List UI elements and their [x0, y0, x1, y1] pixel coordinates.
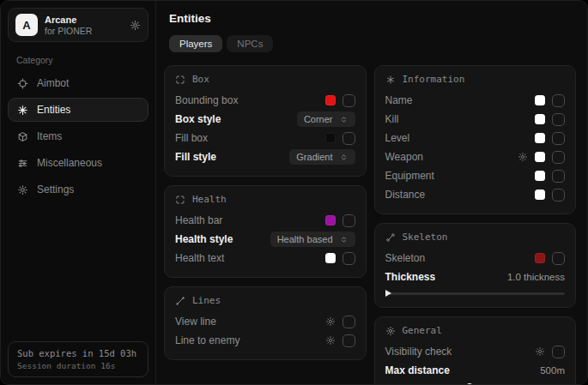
setting-row-max-distance: Max distance 500m — [385, 361, 566, 380]
setting-row-health-style: Health style Health based — [175, 230, 355, 249]
unfold-icon — [339, 153, 349, 162]
panel-title: Information — [403, 74, 465, 85]
box-style-dropdown[interactable]: Corner — [297, 111, 355, 127]
setting-row-visibility-check: Visibility check — [385, 342, 566, 361]
setting-label: Thickness — [385, 271, 436, 283]
name-checkbox[interactable] — [552, 94, 565, 107]
equipment-checkbox[interactable] — [552, 170, 565, 183]
setting-row-view-line: View line — [175, 312, 355, 331]
health-style-dropdown[interactable]: Health based — [270, 232, 355, 247]
health-text-color-swatch[interactable] — [325, 253, 336, 263]
tab-players[interactable]: Players — [169, 35, 222, 52]
sidebar-item-entities[interactable]: Entities — [8, 98, 149, 122]
sidebar: A Arcane for PIONER Category Aimbot Enti… — [1, 1, 156, 384]
visibility-check-config-button[interactable] — [535, 346, 545, 357]
health-bar-checkbox[interactable] — [342, 214, 355, 227]
health-text-checkbox[interactable] — [342, 252, 355, 265]
setting-label: Skeleton — [385, 252, 426, 264]
gear-icon — [325, 335, 336, 346]
row-controls — [535, 170, 565, 183]
setting-row-health-bar: Health bar — [175, 211, 355, 230]
cube-icon — [17, 131, 28, 142]
slider-track — [385, 292, 566, 295]
distance-checkbox[interactable] — [552, 189, 565, 202]
fill-box-color-swatch[interactable] — [325, 133, 336, 143]
gear-icon — [535, 346, 545, 357]
row-controls — [325, 316, 355, 328]
max-distance-slider[interactable] — [385, 382, 566, 384]
sidebar-item-label: Miscellaneous — [37, 157, 102, 169]
app-subtitle: for PIONER — [45, 26, 92, 36]
session-duration-text: Session duration 16s — [17, 361, 139, 370]
panel-box: Box Bounding box Box style Corner Fill b… — [164, 65, 367, 177]
main-content: Entities PlayersNPCs Box Bounding box Bo… — [156, 1, 587, 384]
line-to-enemy-config-button[interactable] — [325, 335, 336, 346]
setting-label: Box style — [175, 113, 221, 125]
row-controls — [535, 132, 565, 145]
corner-brackets-icon — [175, 195, 185, 205]
tab-npcs[interactable]: NPCs — [227, 35, 273, 52]
fill-style-dropdown[interactable]: Gradient — [289, 149, 355, 165]
view-line-config-button[interactable] — [325, 316, 336, 327]
kill-checkbox[interactable] — [552, 113, 565, 126]
thickness-slider[interactable] — [385, 289, 566, 298]
bounding-box-color-swatch[interactable] — [325, 95, 336, 105]
dropdown-value: Corner — [304, 114, 333, 124]
line-icon — [175, 296, 185, 306]
sidebar-item-label: Aimbot — [37, 77, 69, 89]
setting-row-weapon: Weapon — [385, 147, 566, 166]
weapon-checkbox[interactable] — [552, 151, 565, 164]
panel-title: Box — [192, 74, 209, 85]
unfold-icon — [339, 115, 349, 124]
fill-box-checkbox[interactable] — [342, 132, 355, 145]
setting-label: View line — [175, 316, 216, 328]
setting-row-line-to-enemy: Line to enemy — [175, 331, 355, 350]
setting-row-level: Level — [385, 129, 566, 147]
level-color-swatch[interactable] — [535, 133, 545, 143]
sidebar-item-label: Entities — [37, 104, 70, 116]
equipment-color-swatch[interactable] — [535, 171, 545, 181]
sidebar-item-aimbot[interactable]: Aimbot — [8, 71, 149, 95]
distance-color-swatch[interactable] — [535, 189, 545, 200]
weapon-color-swatch[interactable] — [535, 152, 545, 162]
panel-lines: Lines View line Line to enemy — [164, 286, 367, 360]
bounding-box-checkbox[interactable] — [342, 94, 355, 107]
panel-title: Skeleton — [403, 232, 448, 243]
app-logo: A — [15, 14, 38, 36]
unfold-icon — [339, 235, 349, 244]
health-bar-color-swatch[interactable] — [325, 215, 336, 226]
skeleton-color-swatch[interactable] — [535, 253, 545, 263]
max-distance-slider-thumb[interactable] — [465, 383, 473, 385]
view-line-checkbox[interactable] — [342, 316, 355, 328]
setting-row-box-style: Box style Corner — [175, 110, 355, 129]
line-to-enemy-checkbox[interactable] — [342, 334, 355, 347]
skeleton-checkbox[interactable] — [552, 252, 565, 265]
sidebar-item-miscellaneous[interactable]: Miscellaneous — [8, 151, 149, 175]
setting-label: Equipment — [385, 170, 434, 182]
kill-color-swatch[interactable] — [535, 114, 545, 124]
name-color-swatch[interactable] — [535, 95, 545, 105]
row-controls — [535, 94, 565, 107]
visibility-check-checkbox[interactable] — [552, 346, 565, 358]
setting-label: Max distance — [385, 364, 450, 376]
thickness-slider-thumb[interactable] — [385, 290, 391, 297]
sidebar-item-items[interactable]: Items — [8, 124, 149, 148]
sidebar-item-settings[interactable]: Settings — [8, 177, 149, 202]
setting-label: Weapon — [385, 151, 423, 163]
app-meta: Arcane for PIONER — [45, 15, 92, 36]
setting-row-equipment: Equipment — [385, 166, 566, 185]
asterisk-icon — [385, 75, 396, 85]
setting-label: Fill box — [175, 132, 208, 144]
app-name: Arcane — [45, 15, 92, 25]
panel-lines-header: Lines — [175, 295, 355, 306]
app-logo-card: A Arcane for PIONER — [8, 8, 149, 42]
weapon-config-button[interactable] — [518, 152, 528, 162]
corner-brackets-icon — [175, 75, 185, 85]
setting-row-name: Name — [385, 91, 566, 110]
row-controls — [535, 252, 565, 265]
app-settings-button[interactable] — [130, 20, 141, 31]
setting-row-bounding-box: Bounding box — [175, 91, 355, 110]
setting-label: Health text — [175, 252, 224, 264]
level-checkbox[interactable] — [552, 132, 565, 145]
row-controls — [518, 151, 565, 164]
